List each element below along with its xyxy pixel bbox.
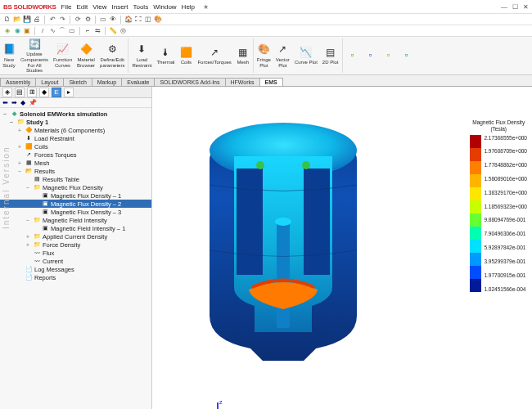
tree-item[interactable]: ▣Magnetic Field Intensity – 1 (0, 224, 151, 232)
tree-item[interactable]: ▣Magnetic Flux Density – 1 (0, 191, 151, 200)
tree-item[interactable]: +📁Force Density (0, 240, 151, 249)
arc-icon[interactable]: ⌒ (58, 27, 66, 35)
tree-item[interactable]: ▣Magnetic Flux Density – 2 (0, 200, 151, 208)
tree-tab-2[interactable]: ▤ (15, 88, 25, 97)
nav-pin-icon[interactable]: 📌 (29, 99, 37, 106)
menu-file[interactable]: File (61, 3, 72, 11)
ribbon-2d-plot[interactable]: ▤2D Plot (320, 37, 341, 74)
tree-item[interactable]: −📁Magnetic Flux Density (0, 183, 151, 191)
tree-item[interactable]: −📁Study 1 (0, 118, 151, 126)
open-icon[interactable]: 📂 (13, 16, 21, 24)
tab-assembly[interactable]: Assembly (0, 78, 36, 86)
line-icon[interactable]: / (38, 27, 47, 35)
ribbon-update[interactable]: 🔄Update Components For All Studies (18, 37, 51, 74)
options-icon[interactable]: ⚙ (83, 16, 92, 24)
ribbon-material[interactable]: 🔶Material Browser (74, 37, 97, 74)
color-legend: Magnetic Flux Density (Tesla) 2.17368555… (470, 119, 527, 292)
tree-tab-ems[interactable]: E (52, 88, 61, 97)
tree-tab-1[interactable]: ◈ (2, 88, 12, 97)
mirror-icon[interactable]: ⇋ (93, 27, 101, 35)
zoom-fit-icon[interactable]: ⛶ (134, 16, 142, 24)
view-icon[interactable]: 👁 (109, 16, 117, 24)
tree-item[interactable]: 📄Log Messages (0, 265, 151, 273)
menu-insert[interactable]: Insert (111, 3, 128, 11)
ribbon-curves[interactable]: 📈Function Curves (51, 37, 74, 74)
ribbon-load[interactable]: ⬇Load Restraint (129, 37, 154, 74)
nav-home-icon[interactable]: ◆ (20, 99, 25, 106)
tree-item[interactable]: ⬇Load Restraint (0, 134, 151, 142)
print-icon[interactable]: 🖨 (33, 16, 41, 24)
ribbon-vector[interactable]: ↗Vector Plot (273, 37, 292, 74)
menu-help[interactable]: Help (182, 3, 195, 11)
sheet-icon[interactable]: ▣ (23, 27, 31, 35)
tree-item[interactable]: ↗Forces Torques (0, 151, 151, 159)
tab-hfworks[interactable]: HFWorks (225, 78, 260, 86)
svg-rect-2 (304, 169, 330, 275)
cube-icon[interactable]: ◈ (3, 27, 11, 35)
feature-tree[interactable]: −◈Solenoid EMWorks simulation −📁Study 1+… (0, 108, 151, 409)
tree-item[interactable]: 〰Flux (0, 249, 151, 257)
close-icon[interactable]: ✕ (523, 3, 529, 11)
minimize-icon[interactable]: — (501, 3, 507, 11)
spline-icon[interactable]: ∿ (48, 27, 56, 35)
legend-value: 1.97700915e-001 (484, 272, 527, 278)
nav-back-icon[interactable]: ⬅ (2, 99, 8, 106)
tab-addins[interactable]: SOLIDWORKS Add-Ins (154, 78, 225, 86)
ribbon-curve-plot[interactable]: 📉Curve Plot (292, 37, 320, 74)
tree-tab-6[interactable]: ▸ (64, 88, 74, 97)
ribbon-mesh[interactable]: ▦Mesh (234, 37, 252, 74)
ribbon-extra-3[interactable]: ▫ (380, 37, 398, 74)
tab-layout[interactable]: Layout (35, 78, 64, 86)
ribbon: 📘New Study 🔄Update Components For All St… (0, 36, 532, 75)
rect-icon[interactable]: ▭ (68, 27, 76, 35)
appearance-icon[interactable]: 🎨 (154, 16, 162, 24)
measure-icon[interactable]: 📏 (109, 27, 117, 35)
probe-icon[interactable]: ◎ (119, 27, 127, 35)
menu-window[interactable]: Window (153, 3, 176, 11)
ribbon-coils[interactable]: 🟧Coils (177, 37, 195, 74)
save-icon[interactable]: 💾 (23, 16, 31, 24)
tree-item[interactable]: ▤Results Table (0, 175, 151, 183)
ribbon-params[interactable]: ⚙Define/Edit parameters (97, 37, 127, 74)
tab-evaluate[interactable]: Evaluate (121, 78, 155, 86)
nav-fwd-icon[interactable]: ➡ (11, 99, 17, 106)
undo-icon[interactable]: ↶ (48, 16, 56, 24)
tree-item[interactable]: +▦Mesh (0, 159, 151, 167)
tree-item[interactable]: −📂Results (0, 167, 151, 175)
tab-sketch[interactable]: Sketch (63, 78, 92, 86)
tree-item[interactable]: +🟧Coils (0, 142, 151, 151)
ribbon-thermal[interactable]: 🌡Thermal (154, 37, 177, 74)
axis-z-label: z (219, 399, 223, 405)
tree-tab-4[interactable]: ◆ (39, 88, 49, 97)
menu-tools[interactable]: Tools (133, 3, 148, 11)
ribbon-extra-1[interactable]: ▫ (344, 37, 362, 74)
ribbon-new-study[interactable]: 📘New Study (0, 37, 18, 74)
tree-root[interactable]: −◈Solenoid EMWorks simulation (0, 110, 151, 118)
tree-item[interactable]: −📁Magnetic Field Intensity (0, 216, 151, 224)
section-icon[interactable]: ◫ (144, 16, 152, 24)
tab-markup[interactable]: Markup (92, 78, 122, 86)
maximize-icon[interactable]: ☐ (512, 3, 518, 11)
tree-item[interactable]: 〰Current (0, 257, 151, 265)
tree-item[interactable]: +📁Applied Current Density (0, 232, 151, 240)
menu-view[interactable]: View (92, 3, 106, 11)
home-icon[interactable]: 🏠 (124, 16, 133, 24)
menu-edit[interactable]: Edit (76, 3, 88, 11)
redo-icon[interactable]: ↷ (58, 16, 66, 24)
part-icon[interactable]: ◉ (13, 27, 21, 35)
tree-item[interactable]: +🔶Materials (6 Components) (0, 126, 151, 134)
ribbon-fringe[interactable]: 🎨Fringe Plot (255, 37, 273, 74)
ribbon-extra-2[interactable]: ▫ (362, 37, 380, 74)
ribbon-extra-4[interactable]: ▫ (398, 37, 416, 74)
tree-item[interactable]: 📄Reports (0, 273, 151, 281)
tab-ems[interactable]: EMS (259, 78, 283, 86)
tree-item[interactable]: ▣Magnetic Flux Density – 3 (0, 208, 151, 216)
ribbon-forces[interactable]: ↗Forces/Torques (195, 37, 233, 74)
rebuild-icon[interactable]: ⟳ (74, 16, 82, 24)
svg-point-6 (302, 161, 310, 169)
viewport[interactable]: Magnetic Flux Density (Tesla) 2.17368555… (152, 87, 532, 409)
fillet-icon[interactable]: ⌐ (83, 27, 92, 35)
select-icon[interactable]: ▭ (99, 16, 107, 24)
new-icon[interactable]: 🗋 (3, 16, 11, 24)
tree-tab-3[interactable]: ⊞ (27, 88, 37, 97)
